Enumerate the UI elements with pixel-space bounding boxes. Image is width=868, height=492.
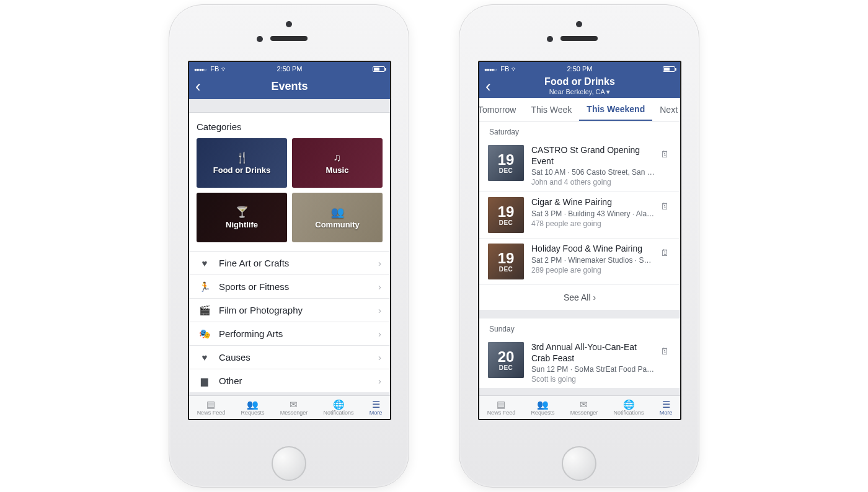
chevron-right-icon: › xyxy=(593,292,596,302)
heart-icon: ♥ xyxy=(198,258,211,268)
chevron-right-icon: › xyxy=(378,305,381,315)
tab-more[interactable]: ☰More xyxy=(660,400,673,416)
event-meta: Sat 2 PM · Winemaker Studios · San Fra… xyxy=(531,256,655,265)
category-tile-music[interactable]: ♫ Music xyxy=(292,138,383,188)
event-date-badge: 19 DEC xyxy=(488,244,524,279)
status-bar: FB ᯤ 2:50 PM xyxy=(189,62,390,76)
event-row[interactable]: 19 DEC CASTRO St Grand Opening Event Sat… xyxy=(479,140,680,191)
page-title: Food or Drinks xyxy=(544,76,615,87)
event-going: John and 4 others going xyxy=(531,178,655,187)
tab-requests[interactable]: 👥Requests xyxy=(241,400,264,416)
event-title: Cigar & Wine Pairing xyxy=(531,197,655,208)
requests-icon: 👥 xyxy=(537,400,549,409)
phone-left: FB ᯤ 2:50 PM ‹ Events Categories 🍴 Food … xyxy=(169,4,409,488)
chevron-right-icon: › xyxy=(378,281,381,292)
tab-more[interactable]: ☰More xyxy=(370,400,383,416)
clock: 2:50 PM xyxy=(189,65,390,72)
location-selector[interactable]: Near Berkeley, CA ▾ xyxy=(479,88,680,96)
category-row-sports[interactable]: 🏃 Sports or Fitness › xyxy=(189,275,390,298)
music-note-icon: ♫ xyxy=(334,152,342,164)
navbar: ‹ Events xyxy=(189,76,390,99)
phone-right: FB ᯤ 2:50 PM ‹ Food or Drinks Near Berke… xyxy=(459,4,699,488)
tab-news-feed[interactable]: ▤News Feed xyxy=(197,400,226,416)
messenger-icon: ✉ xyxy=(580,400,588,409)
tab-bar: ▤News Feed 👥Requests ✉Messenger 🌐Notific… xyxy=(189,395,390,419)
category-row-label: Film or Photography xyxy=(219,305,303,315)
category-row-film[interactable]: 🎬 Film or Photography › xyxy=(189,298,390,322)
add-to-calendar-icon[interactable]: 🗓 xyxy=(660,247,671,258)
category-row-performing-arts[interactable]: 🎭 Performing Arts › xyxy=(189,322,390,345)
chevron-right-icon: › xyxy=(378,328,381,339)
tab-tomorrow[interactable]: Tomorrow xyxy=(479,98,523,121)
event-going: 289 people are going xyxy=(531,266,655,275)
category-row-causes[interactable]: ♥ Causes › xyxy=(189,345,390,369)
category-tile-food-drinks[interactable]: 🍴 Food or Drinks xyxy=(197,138,287,188)
globe-icon: 🌐 xyxy=(333,400,345,409)
add-to-calendar-icon[interactable]: 🗓 xyxy=(660,149,671,159)
event-row[interactable]: 19 DEC Holiday Food & Wine Pairing Sat 2… xyxy=(479,238,680,284)
category-tile-label: Nightlife xyxy=(226,220,258,229)
add-to-calendar-icon[interactable]: 🗓 xyxy=(660,346,671,356)
time-filter-tabs: Tomorrow This Week This Weekend Next We xyxy=(479,98,680,121)
tab-news-feed[interactable]: ▤News Feed xyxy=(487,400,516,416)
tab-notifications[interactable]: 🌐Notifications xyxy=(614,400,644,416)
chevron-right-icon: › xyxy=(378,258,381,268)
people-icon: 👥 xyxy=(331,206,344,219)
category-row-fine-art[interactable]: ♥ Fine Art or Crafts › xyxy=(189,251,390,275)
home-button[interactable] xyxy=(272,446,306,481)
category-row-other[interactable]: ▆ Other › xyxy=(189,369,390,392)
event-date-badge: 20 DEC xyxy=(488,342,524,378)
category-row-label: Performing Arts xyxy=(219,328,283,339)
tab-messenger[interactable]: ✉Messenger xyxy=(570,400,598,416)
category-tile-community[interactable]: 👥 Community xyxy=(292,193,383,242)
runner-icon: 🏃 xyxy=(198,281,211,292)
day-header-sunday: Sunday xyxy=(479,318,680,337)
event-going: 478 people are going xyxy=(531,219,655,228)
globe-icon: 🌐 xyxy=(623,400,635,409)
screen-food-drinks: FB ᯤ 2:50 PM ‹ Food or Drinks Near Berke… xyxy=(478,61,681,420)
event-meta: Sat 3 PM · Building 43 Winery · Alameda… xyxy=(531,209,655,218)
screen-events: FB ᯤ 2:50 PM ‹ Events Categories 🍴 Food … xyxy=(188,61,391,420)
category-row-label: Fine Art or Crafts xyxy=(219,258,289,268)
chevron-right-icon: › xyxy=(378,376,381,386)
heart-icon: ♥ xyxy=(198,352,211,362)
tab-messenger[interactable]: ✉Messenger xyxy=(280,400,308,416)
event-title: CASTRO St Grand Opening Event xyxy=(531,145,655,167)
event-meta: Sat 10 AM · 506 Casto Street, San Franc… xyxy=(531,168,655,177)
category-tile-label: Music xyxy=(326,165,349,175)
page-title: Events xyxy=(271,80,308,92)
hamburger-icon: ☰ xyxy=(662,400,670,409)
cocktail-icon: 🍸 xyxy=(236,206,249,219)
theater-icon: 🎭 xyxy=(198,328,211,340)
requests-icon: 👥 xyxy=(247,400,259,409)
event-date-badge: 19 DEC xyxy=(488,145,524,181)
category-tile-label: Food or Drinks xyxy=(213,165,270,175)
category-tile-nightlife[interactable]: 🍸 Nightlife xyxy=(197,193,287,242)
tab-next-week[interactable]: Next We xyxy=(652,98,680,121)
add-to-calendar-icon[interactable]: 🗓 xyxy=(660,201,671,211)
categories-header: Categories xyxy=(197,121,383,132)
tab-requests[interactable]: 👥Requests xyxy=(531,400,554,416)
event-meta: Sun 12 PM · SoMa StrEat Food Park · Sa… xyxy=(531,365,655,374)
day-header-saturday: Saturday xyxy=(479,121,680,140)
event-title: 3rd Annual All-You-Can-Eat Crab Feast xyxy=(531,342,655,364)
status-bar: FB ᯤ 2:50 PM xyxy=(479,62,680,76)
event-row[interactable]: 20 DEC 3rd Annual All-You-Can-Eat Crab F… xyxy=(479,337,680,388)
category-tile-label: Community xyxy=(315,220,360,229)
event-date-badge: 19 DEC xyxy=(488,197,524,233)
tab-notifications[interactable]: 🌐Notifications xyxy=(324,400,354,416)
event-row[interactable]: 19 DEC Cigar & Wine Pairing Sat 3 PM · B… xyxy=(479,191,680,238)
tab-this-week[interactable]: This Week xyxy=(523,98,579,121)
navbar: ‹ Food or Drinks Near Berkeley, CA ▾ xyxy=(479,76,680,98)
film-icon: 🎬 xyxy=(198,305,211,316)
chevron-right-icon: › xyxy=(378,352,381,362)
home-button[interactable] xyxy=(562,446,596,481)
tab-this-weekend[interactable]: This Weekend xyxy=(579,98,652,121)
hamburger-icon: ☰ xyxy=(372,400,380,409)
newsfeed-icon: ▤ xyxy=(497,400,505,409)
event-title: Holiday Food & Wine Pairing xyxy=(531,244,655,255)
battery-icon xyxy=(370,66,385,72)
fork-knife-icon: 🍴 xyxy=(236,151,249,164)
see-all-button[interactable]: See All › xyxy=(479,284,680,310)
event-going: Scott is going xyxy=(531,375,655,384)
